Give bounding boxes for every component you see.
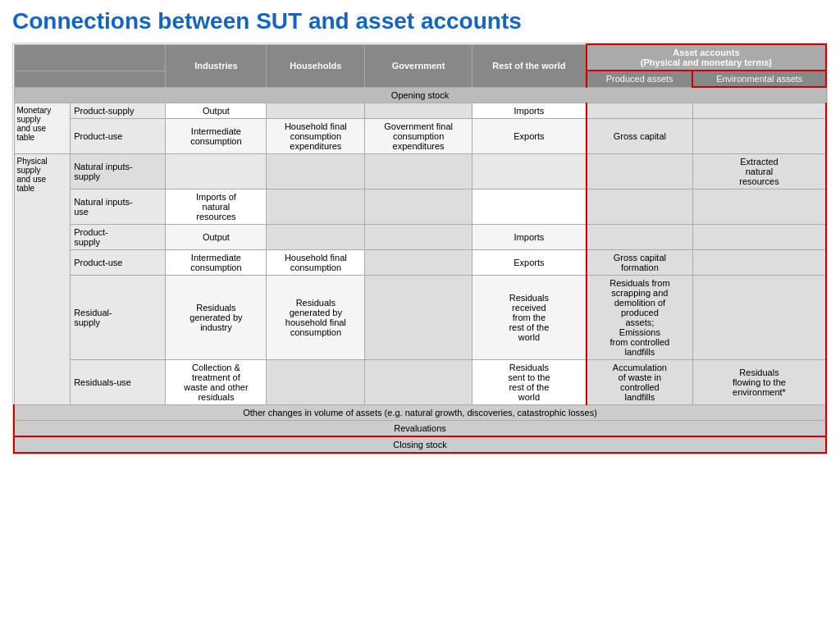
ni-use-ind: Imports ofnaturalresources bbox=[166, 189, 267, 225]
gross-capital-2: Gross capitalformation bbox=[587, 250, 693, 276]
intermediate-1: Intermediateconsumption bbox=[166, 119, 267, 154]
col-households-header: Households bbox=[267, 44, 365, 87]
col-restworld-header: Rest of the world bbox=[472, 44, 587, 87]
residual-supply-label: Residual-supply bbox=[71, 276, 166, 360]
pu-gov bbox=[365, 250, 472, 276]
rs-env bbox=[692, 276, 826, 360]
env-1 bbox=[692, 103, 826, 119]
ni-use-prod bbox=[587, 189, 693, 225]
pu-env bbox=[692, 250, 826, 276]
ni-supply-gov bbox=[365, 154, 472, 189]
rw-exports-2: Exports bbox=[472, 250, 587, 276]
produced-assets-header: Produced assets bbox=[587, 71, 693, 87]
closing-stock-row: Closing stock bbox=[14, 436, 826, 453]
revaluations-row: Revaluations bbox=[14, 421, 826, 437]
env-2 bbox=[692, 119, 826, 154]
intermediate-2: Intermediateconsumption bbox=[166, 250, 267, 276]
ni-supply-hh bbox=[267, 154, 365, 189]
ps-gov bbox=[365, 225, 472, 250]
ni-use-gov bbox=[365, 189, 472, 225]
residuals-hh: Residualsgenerated byhousehold finalcons… bbox=[267, 276, 365, 360]
gov-1 bbox=[365, 103, 472, 119]
rw-exports-1: Exports bbox=[472, 119, 587, 154]
output-2: Output bbox=[166, 225, 267, 250]
product-supply-label-1: Product-supply bbox=[71, 103, 166, 119]
ru-gov bbox=[365, 360, 472, 405]
opening-stock-label: Opening stock bbox=[391, 90, 449, 100]
empty-header-2 bbox=[14, 71, 166, 87]
ps-env bbox=[692, 225, 826, 250]
col-industries-header: Industries bbox=[166, 44, 267, 87]
residuals-env: Residualsflowing to theenvironment* bbox=[692, 360, 826, 405]
natural-inputs-supply-label: Natural inputs-supply bbox=[71, 154, 166, 189]
rs-gov bbox=[365, 276, 472, 360]
residuals-rw: Residualsreceivedfrom therest of theworl… bbox=[472, 276, 587, 360]
residuals-industry: Residualsgenerated byindustry bbox=[166, 276, 267, 360]
sut-asset-table: Industries Households Government Rest of… bbox=[13, 43, 827, 454]
col-government-header: Government bbox=[365, 44, 472, 87]
gross-capital-1: Gross capital bbox=[587, 119, 693, 154]
environmental-assets-header: Environmental assets bbox=[692, 71, 826, 87]
hh-1 bbox=[267, 103, 365, 119]
page-title: Connections between SUT and asset accoun… bbox=[12, 8, 828, 34]
main-table-wrapper: Industries Households Government Rest of… bbox=[12, 43, 828, 454]
output-1: Output bbox=[166, 103, 267, 119]
collection-treatment: Collection &treatment ofwaste and otherr… bbox=[166, 360, 267, 405]
ni-use-env bbox=[692, 189, 826, 225]
ni-supply-ind bbox=[166, 154, 267, 189]
residuals-use-label: Residuals-use bbox=[71, 360, 166, 405]
hh-final-1: Household finalconsumptionexpenditures bbox=[267, 119, 365, 154]
opening-stock-row: Opening stock bbox=[14, 87, 826, 103]
empty-header-1 bbox=[14, 44, 166, 71]
product-use-label-1: Product-use bbox=[71, 119, 166, 154]
ni-supply-rw bbox=[472, 154, 587, 189]
asset-accounts-header: Asset accounts(Physical and monetary ter… bbox=[587, 44, 826, 71]
ps-prod bbox=[587, 225, 693, 250]
ni-supply-prod bbox=[587, 154, 693, 189]
hh-final-2: Household finalconsumption bbox=[267, 250, 365, 276]
produced-1 bbox=[587, 103, 693, 119]
monetary-section-label: Monetarysupplyand usetable bbox=[14, 103, 71, 154]
natural-inputs-use-label: Natural inputs-use bbox=[71, 189, 166, 225]
accumulation-waste: Accumulationof waste incontrolledlandfil… bbox=[587, 360, 693, 405]
ni-use-hh bbox=[267, 189, 365, 225]
residuals-scrapping: Residuals fromscrapping anddemolition of… bbox=[587, 276, 693, 360]
extracted-natural: Extractednaturalresources bbox=[692, 154, 826, 189]
rw-imports-2: Imports bbox=[472, 225, 587, 250]
product-supply-label-2: Product-supply bbox=[71, 225, 166, 250]
physical-section-label: Physicalsupplyand usetable bbox=[14, 154, 71, 405]
ps-hh bbox=[267, 225, 365, 250]
rw-imports-1: Imports bbox=[472, 103, 587, 119]
ru-hh bbox=[267, 360, 365, 405]
other-changes-row: Other changes in volume of assets (e.g. … bbox=[14, 405, 826, 421]
gov-final-1: Government finalconsumptionexpenditures bbox=[365, 119, 472, 154]
ni-use-rw bbox=[472, 189, 587, 225]
product-use-label-2: Product-use bbox=[71, 250, 166, 276]
residuals-sent-rw: Residualssent to therest of theworld bbox=[472, 360, 587, 405]
